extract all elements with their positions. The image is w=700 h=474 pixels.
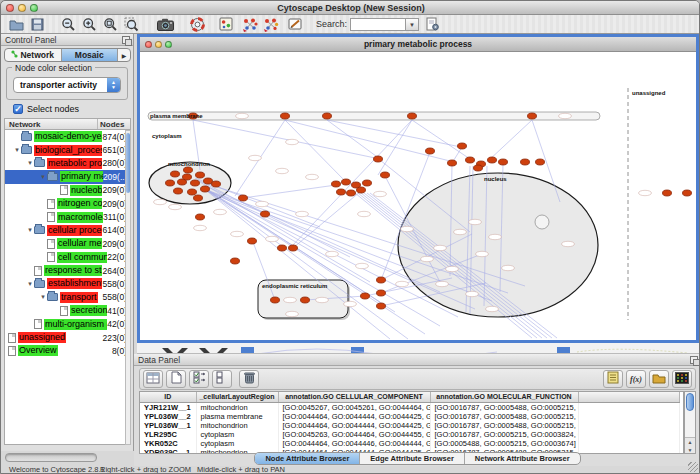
zoom-selected-button[interactable]: [121, 16, 142, 33]
unselect-all-attributes-button[interactable]: [212, 370, 232, 388]
network-node-label[interactable]: [639, 190, 652, 195]
network-node[interactable]: [377, 290, 386, 296]
tree-row[interactable]: ▾metabolic process280(0): [5, 157, 130, 170]
tabs-overflow-button[interactable]: ▶: [118, 49, 130, 61]
network-node[interactable]: [337, 189, 346, 195]
table-row[interactable]: YLR295Ccytoplasm[GO:0045263, GO:0044464,…: [140, 430, 680, 439]
column-nodes[interactable]: Nodes: [98, 119, 130, 129]
network-canvas[interactable]: plasma membranecytoplasmmitochondrionnuc…: [140, 52, 696, 340]
network-node-label[interactable]: [276, 168, 289, 173]
network-node[interactable]: [381, 172, 390, 178]
network-node[interactable]: [536, 159, 545, 165]
network-node[interactable]: [347, 190, 356, 196]
network-node-label[interactable]: [486, 306, 499, 311]
disclosure-triangle-icon[interactable]: ▾: [26, 280, 34, 288]
network-node[interactable]: [191, 180, 200, 186]
network-node[interactable]: [281, 113, 290, 119]
network-node-label[interactable]: [502, 265, 515, 270]
disclosure-triangle-icon[interactable]: ▾: [26, 159, 34, 167]
close-icon[interactable]: [6, 4, 14, 12]
tree-scroll-thumb[interactable]: [126, 133, 130, 193]
disclosure-triangle-icon[interactable]: ▾: [39, 293, 47, 301]
table-row[interactable]: YPL036W__1mitochondrion[GO:0044464, GO:0…: [140, 421, 680, 430]
net-zoom-icon[interactable]: [165, 41, 172, 48]
zoom-in-button[interactable]: [79, 16, 100, 33]
network-node-label[interactable]: [469, 219, 482, 224]
network-node-label[interactable]: [169, 204, 182, 209]
network-node[interactable]: [426, 148, 435, 154]
network-edge[interactable]: [412, 120, 470, 159]
table-scroll-thumb[interactable]: [686, 393, 694, 411]
network-node-label[interactable]: [231, 231, 244, 236]
table-scroll-arrows[interactable]: ▲▼: [685, 437, 695, 453]
network-node-label[interactable]: [356, 263, 369, 268]
network-node-label[interactable]: [401, 226, 414, 231]
network-edge[interactable]: [200, 182, 370, 282]
tree-row[interactable]: macromolecule311(0): [5, 210, 130, 223]
network-node[interactable]: [528, 113, 537, 119]
network-node[interactable]: [466, 157, 475, 163]
import-attributes-button[interactable]: [649, 370, 669, 388]
column-header[interactable]: annotation.GO CELLULAR_COMPONENT: [278, 392, 430, 402]
tree-row[interactable]: cell communicat22(0): [5, 251, 130, 264]
zoom-out-button[interactable]: [58, 16, 79, 33]
column-header[interactable]: _cellularLayoutRegion: [196, 392, 278, 402]
node-color-dropdown[interactable]: transporter activity ▲▼: [13, 77, 121, 93]
network-node-label[interactable]: [214, 209, 227, 214]
select-all-attributes-button[interactable]: [189, 370, 209, 388]
tree-row[interactable]: ▾primary metabo209(...: [5, 170, 130, 183]
tree-row[interactable]: response to stimulu264(0): [5, 264, 130, 277]
network-node[interactable]: [289, 245, 298, 251]
network-node-label[interactable]: [466, 291, 479, 296]
network-edge[interactable]: [285, 120, 345, 181]
annotation-tool-button[interactable]: [285, 16, 306, 33]
network-node-label[interactable]: [374, 191, 387, 196]
network-node-label[interactable]: [476, 251, 489, 256]
network-node[interactable]: [196, 214, 205, 220]
network-node[interactable]: [271, 297, 280, 303]
network-node[interactable]: [377, 277, 386, 283]
zoom-to-fit-button[interactable]: [100, 16, 121, 33]
tree-row[interactable]: ▾transport558(0): [5, 291, 130, 304]
network-edge[interactable]: [327, 120, 461, 147]
column-header[interactable]: annotation.GO MOLECULAR_FUNCTION: [430, 392, 578, 402]
network-node-label[interactable]: [286, 311, 299, 316]
tree-row[interactable]: mosaic-demo-yeast874(0): [5, 130, 130, 143]
network-node-label[interactable]: [358, 211, 371, 216]
network-node-label[interactable]: [559, 113, 572, 118]
network-node-label[interactable]: [284, 297, 297, 302]
tree-row[interactable]: ▾biological_process651(0): [5, 143, 130, 156]
network-node[interactable]: [261, 211, 270, 217]
network-edge[interactable]: [488, 120, 532, 161]
network-node-label[interactable]: [266, 236, 279, 241]
network-node[interactable]: [204, 178, 213, 184]
network-node[interactable]: [374, 156, 383, 162]
select-attributes-button[interactable]: [143, 370, 163, 388]
network-node-label[interactable]: [256, 201, 269, 206]
network-node-label[interactable]: [489, 234, 502, 239]
network-node-label[interactable]: [249, 155, 262, 160]
table-row[interactable]: YKR052Ccytoplasm[GO:0044464, GO:0044446,…: [140, 439, 680, 448]
network-node[interactable]: [184, 167, 193, 173]
network-edge[interactable]: [285, 120, 450, 161]
network-node-label[interactable]: [421, 256, 434, 261]
network-node-label[interactable]: [396, 281, 409, 286]
table-row[interactable]: YJR121W__1mitochondrion[GO:0045267, GO:0…: [140, 402, 680, 412]
tree-row[interactable]: Overview8(0): [5, 344, 130, 357]
network-window-titlebar[interactable]: primary metabolic process: [140, 37, 696, 52]
minimize-icon[interactable]: [18, 4, 26, 12]
browser-tab-0[interactable]: Node Attribute Browser: [255, 453, 360, 464]
network-node[interactable]: [196, 172, 205, 178]
network-node[interactable]: [408, 113, 417, 119]
network-node-label[interactable]: [434, 245, 447, 250]
network-node[interactable]: [212, 181, 221, 187]
network-node[interactable]: [458, 143, 467, 149]
network-node[interactable]: [448, 160, 457, 166]
network-node-label[interactable]: [344, 301, 357, 306]
network-node[interactable]: [231, 258, 240, 264]
network-node-label[interactable]: [306, 174, 319, 179]
formula-builder-button[interactable]: f(x): [626, 370, 646, 388]
network-node[interactable]: [323, 113, 332, 119]
delete-attributes-button[interactable]: [239, 370, 259, 388]
network-node-label[interactable]: [454, 229, 467, 234]
